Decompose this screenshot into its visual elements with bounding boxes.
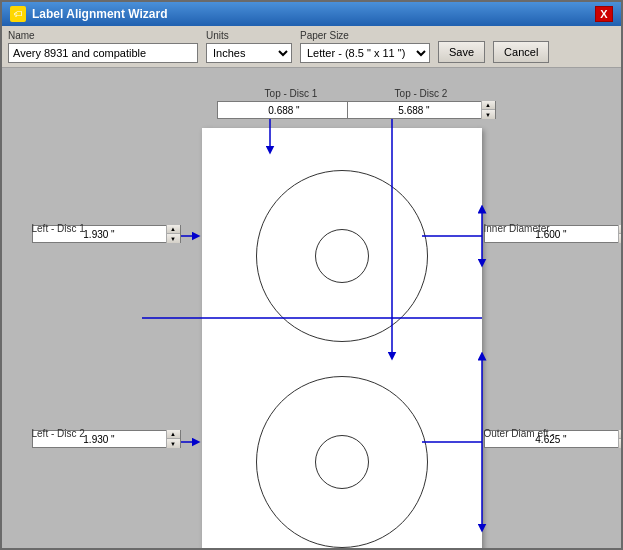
outer-diameter-up[interactable]: ▲ xyxy=(619,430,622,439)
top-disc1-spinbox[interactable]: ▲ ▼ xyxy=(217,101,366,119)
top-disc2-down[interactable]: ▼ xyxy=(482,110,495,119)
top-disc2-spinbox[interactable]: ▲ ▼ xyxy=(347,101,496,119)
left-disc2-down[interactable]: ▼ xyxy=(167,439,180,448)
window-title: Label Alignment Wizard xyxy=(32,7,167,21)
save-button[interactable]: Save xyxy=(438,41,485,63)
units-label: Units xyxy=(206,30,292,41)
paper-size-field-group: Paper Size Letter - (8.5 " x 11 ") A4 xyxy=(300,30,430,63)
left-disc2-up[interactable]: ▲ xyxy=(167,430,180,439)
outer-diameter-down[interactable]: ▼ xyxy=(619,439,622,448)
top-disc2-label: Top - Disc 2 xyxy=(347,88,496,99)
outer-diameter-spinner-buttons: ▲ ▼ xyxy=(618,430,622,448)
title-bar-left: 🏷 Label Alignment Wizard xyxy=(10,6,167,22)
top-disc2-group: Top - Disc 2 ▲ ▼ xyxy=(347,88,496,119)
window-icon: 🏷 xyxy=(10,6,26,22)
paper-preview: www.heritagechristian... xyxy=(202,128,482,548)
close-button[interactable]: X xyxy=(595,6,613,22)
left-disc1-down[interactable]: ▼ xyxy=(167,234,180,243)
cancel-button[interactable]: Cancel xyxy=(493,41,549,63)
paper-size-label: Paper Size xyxy=(300,30,430,41)
units-field-group: Units Inches Centimeters xyxy=(206,30,292,63)
name-input[interactable] xyxy=(8,43,198,63)
left-disc2-label: Left - Disc 2 xyxy=(32,428,85,439)
left-disc1-label: Left - Disc 1 xyxy=(32,223,85,234)
inner-diameter-down[interactable]: ▼ xyxy=(619,234,622,243)
top-disc1-label: Top - Disc 1 xyxy=(217,88,366,99)
left-disc2-spinner-buttons: ▲ ▼ xyxy=(166,430,180,448)
left-disc1-group: Left - Disc 1 ▲ ▼ xyxy=(32,223,181,243)
disc2-inner xyxy=(315,435,369,489)
paper-size-select[interactable]: Letter - (8.5 " x 11 ") A4 xyxy=(300,43,430,63)
left-disc1-up[interactable]: ▲ xyxy=(167,225,180,234)
top-disc2-spinner-buttons: ▲ ▼ xyxy=(481,101,495,119)
top-disc2-up[interactable]: ▲ xyxy=(482,101,495,110)
toolbar: Name Units Inches Centimeters Paper Size… xyxy=(2,26,621,68)
inner-diameter-group: Inner Diameter ▲ ▼ xyxy=(484,223,622,243)
disc1-inner xyxy=(315,229,369,283)
name-field-group: Name xyxy=(8,30,198,63)
top-disc1-input[interactable] xyxy=(218,102,351,118)
main-window: 🏷 Label Alignment Wizard X Name Units In… xyxy=(0,0,623,550)
inner-diameter-up[interactable]: ▲ xyxy=(619,225,622,234)
outer-diameter-group: Outer Diam eft - ▲ ▼ xyxy=(484,428,622,448)
left-disc2-group: Left - Disc 2 ▲ ▼ xyxy=(32,428,181,448)
main-area: www.heritagechristian... xyxy=(2,68,621,548)
top-disc1-group: Top - Disc 1 ▲ ▼ xyxy=(217,88,366,119)
units-select[interactable]: Inches Centimeters xyxy=(206,43,292,63)
title-bar: 🏷 Label Alignment Wizard X xyxy=(2,2,621,26)
top-disc2-input[interactable] xyxy=(348,102,481,118)
inner-diameter-label: Inner Diameter xyxy=(484,223,550,234)
inner-diameter-spinner-buttons: ▲ ▼ xyxy=(618,225,622,243)
outer-diameter-label: Outer Diam eft - xyxy=(484,428,555,439)
left-disc1-spinner-buttons: ▲ ▼ xyxy=(166,225,180,243)
name-label: Name xyxy=(8,30,198,41)
